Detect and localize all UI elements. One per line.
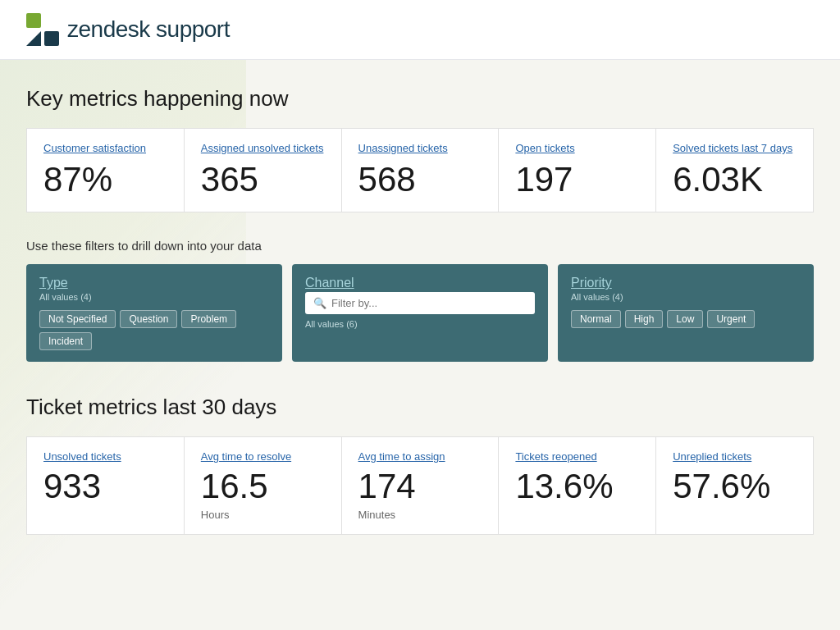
ticket-metric-value: 13.6%	[515, 468, 639, 505]
priority-filter-card: Priority All values (4) NormalHighLowUrg…	[558, 264, 814, 362]
ticket-metric-label[interactable]: Tickets reopened	[515, 450, 639, 463]
metric-value: 87%	[43, 161, 167, 199]
ticket-metric-value: 16.5	[201, 468, 325, 505]
metric-card: Customer satisfaction 87%	[26, 128, 185, 212]
ticket-metric-card: Unreplied tickets 57.6%	[656, 436, 814, 535]
ticket-metric-label[interactable]: Unreplied tickets	[673, 450, 797, 463]
svg-marker-4	[44, 13, 59, 28]
key-metrics-grid: Customer satisfaction 87% Assigned unsol…	[26, 128, 814, 212]
type-filter-tag[interactable]: Incident	[39, 332, 92, 350]
ticket-metric-card: Tickets reopened 13.6%	[499, 436, 656, 535]
zendesk-logo-icon	[26, 13, 59, 46]
ticket-metric-label[interactable]: Unsolved tickets	[43, 450, 167, 463]
type-filter-tag[interactable]: Question	[120, 310, 177, 328]
svg-rect-0	[26, 13, 41, 28]
svg-rect-1	[44, 31, 59, 46]
type-filter-title[interactable]: Type	[39, 276, 269, 290]
metric-card: Open tickets 197	[499, 128, 656, 212]
metric-card: Assigned unsolved tickets 365	[185, 128, 342, 212]
ticket-metric-card: Avg time to resolve 16.5 Hours	[185, 436, 342, 535]
filters-grid: Type All values (4) Not SpecifiedQuestio…	[26, 264, 814, 362]
ticket-metric-value: 174	[358, 468, 482, 505]
metric-label[interactable]: Customer satisfaction	[43, 142, 167, 154]
type-filter-tags: Not SpecifiedQuestionProblemIncident	[39, 310, 269, 350]
metric-label[interactable]: Unassigned tickets	[358, 142, 482, 154]
ticket-metric-unit: Minutes	[358, 509, 482, 521]
ticket-metric-card: Unsolved tickets 933	[26, 436, 185, 535]
priority-filter-subtitle: All values (4)	[571, 292, 801, 302]
metric-value: 197	[515, 161, 639, 199]
key-metrics-title: Key metrics happening now	[26, 86, 814, 112]
channel-filter-title[interactable]: Channel	[305, 276, 535, 290]
type-filter-tag[interactable]: Not Specified	[39, 310, 116, 328]
ticket-metric-card: Avg time to assign 174 Minutes	[342, 436, 500, 535]
type-filter-subtitle: All values (4)	[39, 292, 269, 302]
priority-filter-tag[interactable]: Low	[667, 310, 703, 328]
metric-value: 365	[201, 161, 325, 199]
priority-filter-tag[interactable]: High	[625, 310, 664, 328]
ticket-metric-unit: Hours	[201, 509, 325, 521]
logo-container: zendesk support	[26, 13, 230, 46]
filter-instruction: Use these filters to drill down into you…	[26, 239, 814, 253]
ticket-metrics-grid: Unsolved tickets 933 Avg time to resolve…	[26, 436, 814, 535]
channel-filter-search: 🔍	[305, 292, 535, 314]
ticket-metric-label[interactable]: Avg time to resolve	[201, 450, 325, 463]
channel-search-input[interactable]	[331, 297, 527, 309]
priority-filter-title[interactable]: Priority	[571, 276, 801, 290]
ticket-metric-label[interactable]: Avg time to assign	[358, 450, 482, 463]
priority-filter-tag[interactable]: Urgent	[707, 310, 755, 328]
metric-label[interactable]: Solved tickets last 7 days	[673, 142, 797, 154]
metric-card: Solved tickets last 7 days 6.03K	[656, 128, 814, 212]
type-filter-card: Type All values (4) Not SpecifiedQuestio…	[26, 264, 282, 362]
search-icon: 🔍	[313, 297, 326, 309]
ticket-metric-value: 933	[43, 468, 167, 505]
metric-value: 6.03K	[673, 161, 797, 199]
type-filter-tag[interactable]: Problem	[181, 310, 236, 328]
ticket-metric-value: 57.6%	[673, 468, 797, 505]
priority-filter-tags: NormalHighLowUrgent	[571, 310, 801, 328]
channel-filter-card: Channel 🔍 All values (6)	[292, 264, 548, 362]
app-title: zendesk support	[67, 16, 230, 43]
metric-card: Unassigned tickets 568	[342, 128, 500, 212]
channel-filter-note: All values (6)	[305, 319, 535, 329]
ticket-metrics-title: Ticket metrics last 30 days	[26, 395, 814, 420]
metric-value: 568	[358, 161, 482, 199]
metric-label[interactable]: Open tickets	[515, 142, 639, 154]
app-header: zendesk support	[0, 0, 840, 60]
main-content: Key metrics happening now Customer satis…	[0, 60, 840, 561]
metric-label[interactable]: Assigned unsolved tickets	[201, 142, 325, 154]
priority-filter-tag[interactable]: Normal	[571, 310, 621, 328]
